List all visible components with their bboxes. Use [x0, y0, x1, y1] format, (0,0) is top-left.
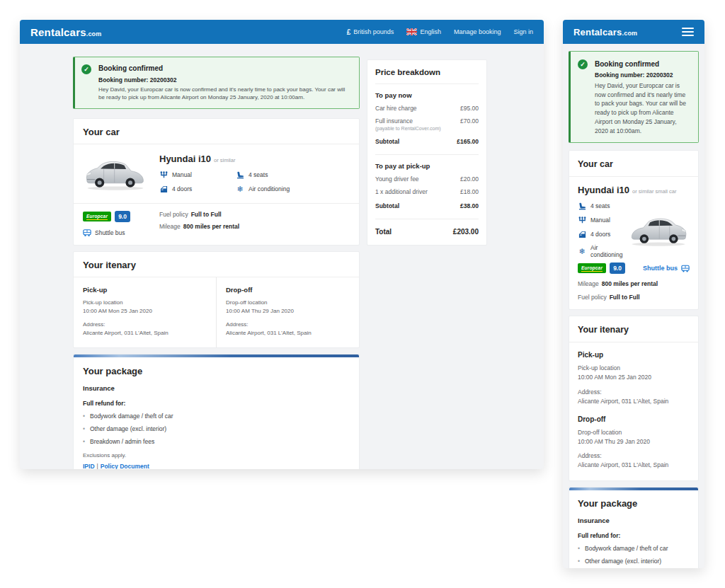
hamburger-menu-icon[interactable] — [682, 28, 694, 36]
spec-seats: 4 seats — [236, 171, 290, 179]
gearbox-icon — [578, 216, 586, 224]
pickup-block: Pick-up Pick-up location 10:00 AM Mon 25… — [74, 277, 216, 347]
pay-now-section: To pay now Car hire charge£95.00 Full in… — [375, 84, 479, 155]
mileage: Mileage800 miles per rental — [159, 223, 239, 230]
logo-tld: .com — [622, 30, 637, 37]
door-icon — [159, 185, 168, 193]
price-row: 1 x additional driver£18.00 — [375, 188, 479, 195]
car-name: Hyundai i10or similar — [159, 154, 290, 164]
top-navbar: Rentalcars.com £ British pounds English … — [20, 20, 544, 44]
package-title: Your package — [83, 366, 350, 376]
dropoff-address: Alicante Airport, 031 L'Altet, Spain — [578, 461, 690, 470]
rating-badge: 9.0 — [115, 211, 130, 222]
rentalcars-logo[interactable]: Rentalcars.com — [573, 27, 637, 38]
or-similar-label: or similar small car — [632, 188, 677, 195]
dropoff-datetime: 10:00 AM Thu 29 Jan 2020 — [226, 307, 350, 316]
currency-label: British pounds — [353, 28, 394, 35]
supplier-badge: Europcar — [83, 212, 111, 221]
currency-selector[interactable]: £ British pounds — [347, 28, 394, 36]
price-row: Young driver fee£20.00 — [375, 175, 479, 183]
pickup-address: Alicante Airport, 031 L'Altet, Spain — [578, 397, 690, 406]
pickup-datetime: 10:00 AM Mon 25 Jan 2020 — [83, 307, 207, 316]
total-row: Total£203.00 — [375, 219, 479, 245]
bus-icon — [83, 229, 91, 237]
banner-message: Hey David, your Europcar car is now conf… — [595, 81, 691, 136]
desktop-view: Rentalcars.com £ British pounds English … — [20, 20, 544, 469]
dropoff-address-label: Address: — [226, 321, 350, 329]
spec-doors: 4 doors — [578, 230, 627, 238]
pickup-location-label: Pick-up location — [578, 364, 690, 373]
dropoff-location-label: Drop-off location — [578, 428, 690, 437]
pickup-heading: Pick-up — [83, 286, 207, 294]
pickup-address-label: Address: — [83, 321, 207, 329]
mobile-navbar: Rentalcars.com — [563, 20, 704, 44]
booking-confirmed-banner: ✓ Booking confirmed Booking number: 2020… — [569, 51, 699, 143]
refund-item: •Bodywork damage / theft of car — [83, 413, 350, 420]
exclusions-note: Exclusions apply. — [83, 452, 350, 459]
booking-confirmed-banner: ✓ Booking confirmed Booking number: 2020… — [73, 57, 360, 109]
fuel-policy: Fuel policyFull to Full — [159, 211, 239, 218]
policy-links: IPID|Policy Document — [83, 463, 350, 469]
language-selector[interactable]: English — [406, 28, 441, 35]
package-subtitle: Insurance — [578, 517, 690, 524]
itinerary-card: Your itenary Pick-up Pick-up location 10… — [73, 251, 360, 348]
link-separator: | — [97, 463, 98, 469]
spec-seats: 4 seats — [578, 202, 627, 210]
dropoff-datetime: 10:00 AM Thu 29 Jan 2020 — [578, 437, 690, 446]
package-title: Your package — [578, 498, 690, 509]
subtotal-row: Subtotal£165.00 — [375, 137, 479, 145]
check-circle-icon: ✓ — [81, 64, 91, 74]
mileage: Mileage800 miles per rental — [578, 280, 690, 287]
refund-heading: Full refund for: — [83, 400, 350, 407]
price-row: Car hire charge£95.00 — [375, 105, 479, 112]
or-similar-label: or similar — [214, 157, 235, 163]
banner-title: Booking confirmed — [595, 59, 691, 69]
spec-transmission: Manual — [159, 171, 224, 179]
sign-in-link[interactable]: Sign in — [513, 28, 533, 35]
dropoff-heading: Drop-off — [578, 415, 690, 423]
pickup-location-label: Pick-up location — [83, 299, 207, 307]
snowflake-icon: ❄ — [578, 247, 586, 255]
price-breakdown-card: Price breakdown To pay now Car hire char… — [367, 59, 487, 246]
dropoff-block: Drop-off Drop-off location 10:00 AM Thu … — [578, 415, 690, 471]
itinerary-title: Your itenary — [74, 252, 359, 277]
uk-flag-icon — [406, 28, 417, 35]
your-car-title: Your car — [74, 119, 359, 144]
rentalcars-logo[interactable]: Rentalcars.com — [30, 26, 102, 38]
subtotal-row: Subtotal£38.00 — [375, 201, 479, 209]
dropoff-address-label: Address: — [578, 451, 690, 461]
pickup-block: Pick-up Pick-up location 10:00 AM Mon 25… — [578, 351, 690, 406]
booking-number: Booking number: 20200302 — [595, 71, 691, 80]
your-car-card: Your car — [73, 118, 360, 246]
fuel-policy: Fuel policyFull to Full — [578, 294, 690, 301]
ipid-link[interactable]: IPID — [83, 463, 95, 469]
dropoff-heading: Drop-off — [226, 286, 350, 294]
manage-booking-link[interactable]: Manage booking — [454, 28, 501, 35]
spec-transmission: Manual — [578, 216, 627, 224]
banner-message: Hey David, your Europcar car is now conf… — [98, 86, 352, 102]
package-card: Your package Insurance Full refund for: … — [73, 354, 360, 469]
itinerary-title: Your itenary — [569, 316, 698, 342]
price-row-note: (payable to RentalCover.com) — [375, 126, 479, 131]
rating-badge: 9.0 — [610, 263, 625, 274]
package-subtitle: Insurance — [83, 384, 350, 392]
refund-item: •Other damage (excl. interior) — [578, 558, 690, 565]
supplier-badge: Europcar — [578, 263, 606, 273]
gearbox-icon — [159, 171, 168, 179]
seat-icon — [236, 171, 244, 179]
policy-document-link[interactable]: Policy Document — [101, 463, 149, 469]
car-image — [627, 210, 690, 250]
shuttle-bus-link[interactable]: Shuttle bus — [643, 264, 690, 272]
dropoff-address: Alicante Airport, 031 L'Altet, Spain — [226, 329, 350, 338]
refund-item: •Other damage (excl. interior) — [83, 425, 350, 432]
dropoff-block: Drop-off Drop-off location 10:00 AM Thu … — [216, 277, 359, 347]
your-car-card: Your car Hyundai i10or similar small car… — [569, 150, 699, 310]
pickup-address-label: Address: — [578, 388, 690, 397]
price-breakdown-title: Price breakdown — [375, 60, 479, 84]
spec-doors: 4 doors — [159, 185, 224, 193]
itinerary-card: Your itenary Pick-up Pick-up location 10… — [569, 316, 699, 480]
shuttle-bus-info: Shuttle bus — [83, 229, 159, 237]
car-image — [83, 152, 148, 195]
pay-pickup-heading: To pay at pick-up — [375, 162, 479, 170]
spec-ac: ❄ Air conditioning — [236, 185, 290, 193]
